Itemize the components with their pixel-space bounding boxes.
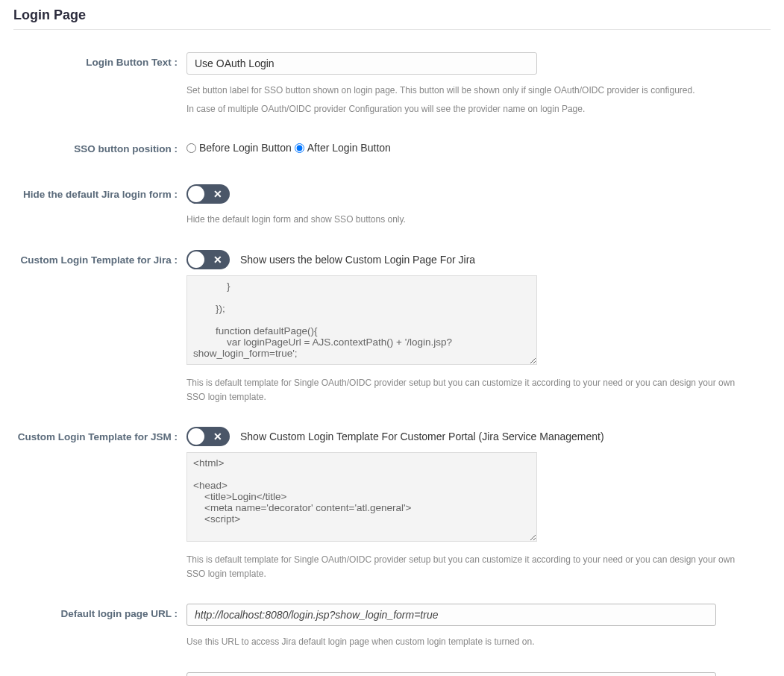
custom-jira-toggle[interactable]: ✕ bbox=[186, 250, 230, 269]
custom-jira-toggle-label: Show users the below Custom Login Page F… bbox=[240, 254, 475, 266]
default-login-url-label: Default login page URL : bbox=[13, 604, 186, 619]
close-icon: ✕ bbox=[213, 254, 222, 266]
custom-jira-code-textarea[interactable] bbox=[186, 275, 537, 365]
login-button-text-help2: In case of multiple OAuth/OIDC provider … bbox=[186, 102, 738, 116]
custom-jsm-code-textarea[interactable] bbox=[186, 452, 537, 542]
login-button-text-input[interactable] bbox=[186, 52, 537, 75]
sso-position-before-label[interactable]: Before Login Button bbox=[199, 142, 292, 154]
custom-jira-label: Custom Login Template for Jira : bbox=[13, 250, 186, 266]
hide-default-label: Hide the default Jira login form : bbox=[13, 184, 186, 200]
close-icon: ✕ bbox=[213, 188, 222, 200]
default-login-url-input[interactable] bbox=[186, 604, 716, 626]
custom-jira-help: This is default template for Single OAut… bbox=[186, 376, 738, 404]
login-button-text-label: Login Button Text : bbox=[13, 52, 186, 68]
custom-jsm-label: Custom Login Template for JSM : bbox=[13, 427, 186, 442]
default-portal-url-input[interactable] bbox=[186, 672, 716, 677]
custom-jsm-help: This is default template for Single OAut… bbox=[186, 553, 738, 581]
custom-jsm-toggle-label: Show Custom Login Template For Customer … bbox=[240, 431, 604, 442]
login-button-text-help1: Set button label for SSO button shown on… bbox=[186, 84, 738, 98]
sso-position-before-radio[interactable] bbox=[186, 143, 196, 153]
hide-default-help: Hide the default login form and show SSO… bbox=[186, 213, 738, 227]
sso-position-after-radio[interactable] bbox=[295, 143, 304, 153]
close-icon: ✕ bbox=[213, 431, 222, 442]
default-login-url-help: Use this URL to access Jira default logi… bbox=[186, 635, 738, 649]
custom-jsm-toggle[interactable]: ✕ bbox=[186, 427, 230, 446]
page-title: Login Page bbox=[13, 7, 771, 30]
default-portal-url-label: Default Customer Portal login page URL : bbox=[13, 672, 186, 677]
sso-position-after-label[interactable]: After Login Button bbox=[307, 142, 391, 154]
hide-default-toggle[interactable]: ✕ bbox=[186, 184, 230, 204]
sso-position-label: SSO button position : bbox=[13, 139, 186, 154]
